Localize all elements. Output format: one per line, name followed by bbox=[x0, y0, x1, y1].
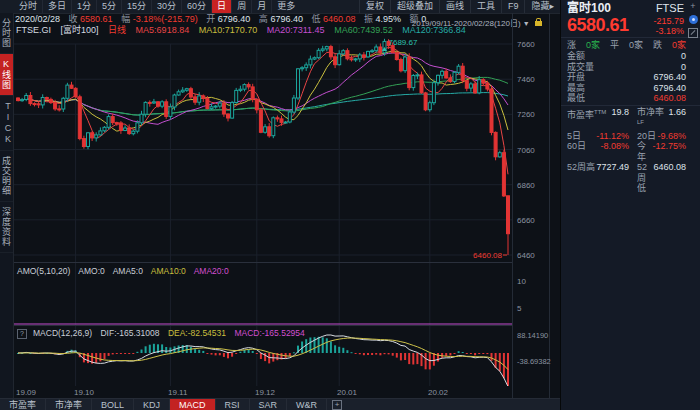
row-label: 开盘 bbox=[567, 72, 585, 83]
tab-pe-ratio[interactable]: 市盈率 bbox=[0, 399, 46, 410]
quote-pair-5d-20d: 5日-11.12% 20日-9.68% bbox=[561, 131, 700, 142]
tab-monthly[interactable]: 月 bbox=[251, 0, 271, 13]
quote-row-open: 开盘 6796.40 bbox=[561, 72, 700, 83]
quote-pair-52w: 52周高7727.49 52周低6460.08 bbox=[561, 162, 700, 194]
amo-indicator-header: AMO(5,10,20) AMO:0 AMA5:0 AMA10:0 AMA20:… bbox=[17, 266, 235, 276]
last-price: 6580.61 bbox=[567, 15, 629, 36]
tab-macd[interactable]: MACD bbox=[170, 399, 216, 410]
info-date: 2020/02/28 bbox=[15, 14, 60, 24]
row-value: 6460.08 bbox=[653, 93, 686, 104]
info-low-value: 6460.08 bbox=[323, 14, 356, 24]
symbol-code: FTSE.GI bbox=[16, 25, 51, 35]
tab-wr[interactable]: W&R bbox=[287, 399, 327, 410]
price-axis-label: 7260 bbox=[517, 110, 535, 119]
add-indicator-icon[interactable]: + bbox=[332, 400, 342, 410]
info-amp-label: 振 bbox=[364, 14, 373, 24]
tab-multiday[interactable]: 多日 bbox=[42, 0, 71, 13]
sidebar-item-kline-chart[interactable]: K线图 bbox=[0, 54, 13, 96]
left-sidebar: 分时图 K线图 TICK 成交明细 深度资料 bbox=[0, 13, 14, 398]
ma10-legend: MA10:7170.70 bbox=[199, 25, 258, 35]
tab-rsi[interactable]: RSI bbox=[216, 399, 250, 410]
price-axis-label: 7660 bbox=[517, 40, 535, 49]
flat-label: 平 bbox=[610, 40, 619, 50]
tab-1min[interactable]: 1分 bbox=[71, 0, 96, 13]
macd-axis-label: -38.69382 bbox=[517, 357, 551, 366]
edit-icon[interactable] bbox=[688, 28, 698, 38]
info-chg-value: -3.18%(-215.79) bbox=[133, 14, 198, 24]
ama20-value: AMA20:0 bbox=[194, 266, 229, 276]
x-axis-label: 20.01 bbox=[337, 388, 357, 397]
pair-value: 1.66 bbox=[668, 107, 686, 131]
pair-label: 5日 bbox=[567, 131, 581, 142]
row-value: 6796.40 bbox=[653, 83, 686, 94]
ama5-value: AMA5:0 bbox=[113, 266, 143, 276]
settings-icon[interactable] bbox=[689, 15, 698, 24]
pair-label: 市净率LF bbox=[637, 107, 668, 131]
menu-super-overlay[interactable]: 超级叠加 bbox=[390, 0, 439, 13]
menu-draw-line[interactable]: 画线 bbox=[439, 0, 470, 13]
tab-sar[interactable]: SAR bbox=[250, 399, 288, 410]
pair-label: 20日 bbox=[637, 131, 656, 142]
tab-pb-ratio[interactable]: 市净率 bbox=[46, 399, 92, 410]
quote-price-block: 6580.61 -215.79 -3.18% bbox=[561, 15, 700, 38]
add-watchlist-icon[interactable]: + bbox=[687, 2, 699, 11]
info-open-label: 开 bbox=[206, 14, 215, 24]
tab-5min[interactable]: 5分 bbox=[96, 0, 121, 13]
tab-daily[interactable]: 日 bbox=[211, 0, 231, 13]
quote-row-volume: 成交量 0 bbox=[561, 62, 700, 73]
change-abs: -215.79 bbox=[653, 16, 684, 26]
quote-icon-strip: + bbox=[687, 2, 699, 38]
tab-30min[interactable]: 30分 bbox=[151, 0, 181, 13]
tab-15min[interactable]: 15分 bbox=[121, 0, 151, 13]
tab-weekly[interactable]: 周 bbox=[231, 0, 251, 13]
row-label: 成交量 bbox=[567, 62, 594, 73]
ma20-legend: MA20:7311.45 bbox=[267, 25, 325, 35]
amo-title: AMO(5,10,20) bbox=[17, 266, 70, 276]
period-toolbar: 分时 多日 1分 5分 15分 30分 60分 日 周 月 更多 复权 超级叠加… bbox=[0, 0, 560, 14]
tab-60min[interactable]: 60分 bbox=[181, 0, 211, 13]
pair-value: 6460.08 bbox=[653, 162, 686, 194]
tab-kdj[interactable]: KDJ bbox=[134, 399, 170, 410]
dea-value: DEA:-82.54531 bbox=[168, 328, 226, 338]
macd-title: MACD(12,26,9) bbox=[33, 328, 92, 338]
pair-value: -8.08% bbox=[600, 141, 629, 162]
pair-value: 19.8 bbox=[611, 107, 629, 131]
row-label: 最低 bbox=[567, 93, 585, 104]
row-value: 0 bbox=[681, 51, 686, 62]
price-axis-label: 6460 bbox=[517, 251, 535, 260]
instrument-name: 富时100 bbox=[567, 2, 611, 15]
amo-value: AMO:0 bbox=[78, 266, 104, 276]
menu-hide[interactable]: 隐藏▸ bbox=[524, 0, 560, 13]
help-icon[interactable]: ? bbox=[17, 329, 27, 339]
sidebar-item-tick[interactable]: TICK bbox=[0, 96, 13, 151]
pair-label: 60日 bbox=[567, 141, 586, 162]
quote-row-low: 最低 6460.08 bbox=[561, 93, 700, 104]
indicator-tabbar: 市盈率 市净率 BOLL KDJ MACD RSI SAR W&R + bbox=[0, 398, 560, 410]
info-close-label: 收 bbox=[69, 14, 78, 24]
row-label: 金额 bbox=[567, 51, 585, 62]
row-value: 0 bbox=[681, 62, 686, 73]
pair-label: 52周低 bbox=[637, 162, 653, 194]
flat-count: 0家 bbox=[629, 40, 643, 50]
menu-f9[interactable]: F9 bbox=[501, 0, 525, 13]
time-axis: 19.0919.1019.1119.1220.0120.02 bbox=[14, 387, 512, 398]
sidebar-item-trade-detail[interactable]: 成交明细 bbox=[0, 151, 13, 202]
sidebar-item-depth-info[interactable]: 深度资料 bbox=[0, 202, 13, 253]
volume-axis-label: 10 bbox=[517, 277, 526, 286]
instrument-code: FTSE bbox=[656, 2, 684, 15]
ma60-legend: MA60:7439.52 bbox=[334, 25, 393, 35]
sidebar-item-intraday-chart[interactable]: 分时图 bbox=[0, 13, 13, 54]
candles bbox=[17, 39, 510, 255]
menu-adjust-price[interactable]: 复权 bbox=[359, 0, 390, 13]
x-axis-label: 19.11 bbox=[168, 388, 187, 397]
tab-intraday[interactable]: 分时 bbox=[14, 0, 42, 13]
tab-boll[interactable]: BOLL bbox=[92, 399, 134, 410]
ma5-legend: MA5:6918.84 bbox=[136, 25, 190, 35]
quote-pair-pe-pb: 市盈率TTM19.8 市净率LF1.66 bbox=[561, 107, 700, 131]
tab-more[interactable]: 更多 bbox=[271, 0, 300, 13]
period-label: 日线 bbox=[108, 25, 126, 35]
pair-value: 7727.49 bbox=[596, 162, 629, 194]
price-axis-label: 6860 bbox=[517, 181, 535, 190]
quote-header: 富时100 FTSE bbox=[561, 0, 700, 15]
menu-tools[interactable]: 工具 bbox=[470, 0, 501, 13]
